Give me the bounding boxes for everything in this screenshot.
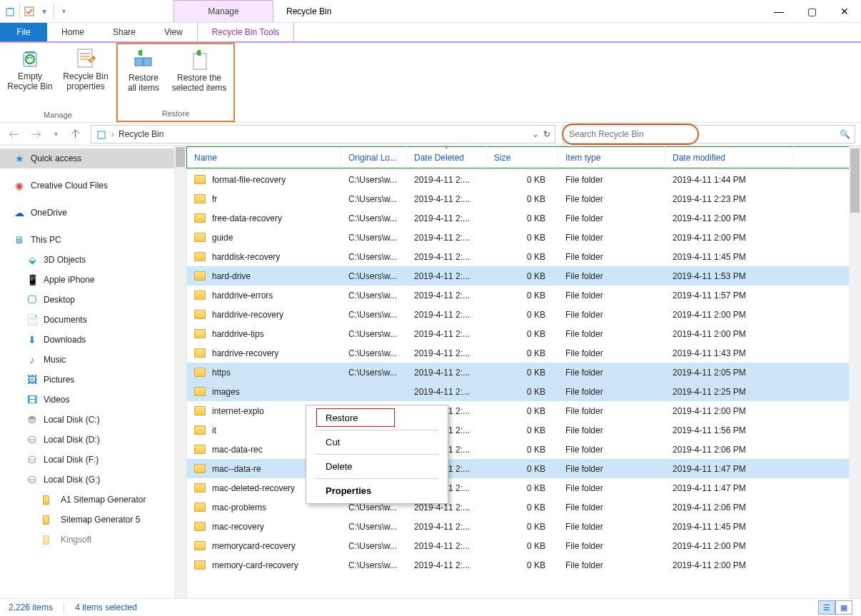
search-icon[interactable]: 🔍 — [840, 129, 850, 139]
minimize-button[interactable]: ― — [762, 0, 795, 22]
tab-view[interactable]: View — [150, 23, 197, 41]
table-row[interactable]: mac-deleted-recoveryC:\Users\w...2019-4-… — [187, 478, 861, 498]
table-row[interactable]: memory-card-recoveryC:\Users\w...2019-4-… — [187, 555, 861, 575]
breadcrumb-location[interactable]: Recycle Bin — [119, 129, 163, 139]
nav-scrollbar[interactable] — [174, 146, 186, 598]
ctx-restore[interactable]: Restore — [308, 408, 445, 428]
table-row[interactable]: mac-data-rec2019-4-11 2:...0 KBFile fold… — [187, 440, 861, 459]
recent-locations-button[interactable]: ▾ — [51, 130, 61, 138]
tab-recycle-bin-tools[interactable]: Recycle Bin Tools — [197, 23, 295, 41]
table-row[interactable]: mac-problemsC:\Users\w...2019-4-11 2:...… — [187, 498, 861, 517]
back-button[interactable]: 🡠 — [6, 128, 21, 140]
table-row[interactable]: format-file-recoveryC:\Users\w...2019-4-… — [187, 170, 861, 189]
nav-videos[interactable]: 🎞Videos — [0, 390, 186, 410]
checkbox-icon[interactable] — [24, 6, 35, 17]
breadcrumb-dropdown-icon[interactable]: ⌄ — [532, 129, 539, 139]
content-area: ★Quick access ◉Creative Cloud Files ☁One… — [0, 146, 861, 598]
nav-onedrive[interactable]: ☁OneDrive — [0, 203, 186, 223]
table-row[interactable]: hardrive-recoveryC:\Users\w...2019-4-11 … — [187, 343, 861, 363]
nav-apple-iphone[interactable]: 📱Apple iPhone — [0, 270, 186, 290]
row-modified: 2019-4-11 2:00 PM — [665, 213, 794, 223]
row-type: File folder — [558, 329, 665, 339]
nav-local-disk-c[interactable]: ⛃Local Disk (C:) — [0, 410, 186, 430]
row-type: File folder — [558, 213, 665, 223]
col-original-location[interactable]: Original Lo... — [341, 146, 407, 169]
nav-pictures[interactable]: 🖼Pictures — [0, 370, 186, 390]
folder-icon — [194, 560, 206, 570]
nav-local-disk-f[interactable]: ⛁Local Disk (F:) — [0, 450, 186, 470]
table-row[interactable]: hard-driveC:\Users\w...2019-4-11 2:...0 … — [187, 266, 861, 286]
table-row[interactable]: harddrive-recoveryC:\Users\w...2019-4-11… — [187, 305, 861, 324]
ctx-properties[interactable]: Properties — [308, 480, 445, 501]
tab-share[interactable]: Share — [99, 23, 150, 41]
refresh-icon[interactable]: ↻ — [543, 129, 550, 139]
file-scrollbar[interactable] — [849, 146, 861, 598]
table-row[interactable]: guideC:\Users\w...2019-4-11 2:...0 KBFil… — [187, 228, 861, 247]
view-thumbnails-button[interactable]: ▦ — [835, 600, 852, 615]
qat-overflow-icon[interactable]: ▾ — [58, 6, 69, 17]
cube-icon: ⬙ — [26, 253, 39, 266]
forward-button[interactable]: 🡢 — [29, 128, 44, 140]
search-input[interactable] — [569, 129, 849, 139]
maximize-button[interactable]: ▢ — [795, 0, 828, 22]
tab-file[interactable]: File — [0, 23, 47, 41]
ctx-cut[interactable]: Cut — [308, 432, 445, 453]
table-row[interactable]: httpsC:\Users\w...2019-4-11 2:...0 KBFil… — [187, 363, 861, 382]
restore-all-items-button[interactable]: Restore all items — [124, 47, 163, 93]
up-button[interactable]: 🡡 — [68, 128, 84, 140]
table-row[interactable]: images2019-4-11 2:...0 KBFile folder2019… — [187, 382, 861, 401]
nav-music[interactable]: ♪Music — [0, 350, 186, 370]
nav-local-disk-d[interactable]: ⛁Local Disk (D:) — [0, 430, 186, 450]
row-deleted: 2019-4-11 2:... — [407, 329, 487, 339]
nav-creative-cloud[interactable]: ◉Creative Cloud Files — [0, 176, 186, 196]
folder-icon — [43, 493, 56, 506]
col-date-deleted[interactable]: Date Deleted — [407, 146, 487, 169]
row-type: File folder — [558, 194, 665, 204]
table-row[interactable]: mac--data-re2019-4-11 2:...0 KBFile fold… — [187, 459, 861, 478]
nav-downloads[interactable]: ⬇Downloads — [0, 330, 186, 350]
drive-icon: ⛁ — [26, 453, 39, 466]
properties-label: Recycle Bin properties — [63, 71, 108, 91]
recycle-bin-properties-button[interactable]: Recycle Bin properties — [61, 46, 110, 91]
nav-desktop[interactable]: 🖵Desktop — [0, 290, 186, 310]
col-name[interactable]: Name — [187, 146, 341, 169]
view-details-button[interactable]: ☰ — [818, 600, 835, 615]
nav-sitemap-gen5[interactable]: Sitemap Generator 5 — [0, 510, 186, 530]
properties-icon — [74, 46, 98, 70]
nav-quick-access[interactable]: ★Quick access — [0, 148, 186, 168]
breadcrumb[interactable]: › Recycle Bin ⌄ ↻ — [91, 125, 555, 143]
table-row[interactable]: memorycard-recoveryC:\Users\w...2019-4-1… — [187, 536, 861, 555]
empty-recycle-bin-button[interactable]: Empty Recycle Bin — [6, 46, 54, 91]
table-row[interactable]: harddisk-recoveryC:\Users\w...2019-4-11 … — [187, 247, 861, 266]
qat-dropdown-icon[interactable]: ▾ — [39, 6, 50, 17]
table-row[interactable]: it2019-4-11 2:...0 KBFile folder2019-4-1… — [187, 420, 861, 440]
nav-a1-sitemap[interactable]: A1 Sitemap Generator — [0, 490, 186, 510]
row-size: 0 KB — [487, 483, 558, 493]
table-row[interactable]: internet-explo2019-4-11 2:...0 KBFile fo… — [187, 401, 861, 420]
row-name: it — [212, 425, 216, 435]
restore-selected-items-button[interactable]: Restore the selected items — [171, 47, 228, 93]
table-row[interactable]: harddrive-tipsC:\Users\w...2019-4-11 2:.… — [187, 324, 861, 343]
table-row[interactable]: free-data-recoveryC:\Users\w...2019-4-11… — [187, 208, 861, 228]
tab-home[interactable]: Home — [47, 23, 99, 41]
nav-documents[interactable]: 📄Documents — [0, 310, 186, 330]
row-modified: 2019-4-11 2:25 PM — [665, 387, 794, 397]
col-item-type[interactable]: Item type — [558, 146, 665, 169]
nav-3d-objects[interactable]: ⬙3D Objects — [0, 250, 186, 270]
search-box[interactable]: 🔍 — [563, 125, 855, 143]
table-row[interactable]: mac-recoveryC:\Users\w...2019-4-11 2:...… — [187, 517, 861, 536]
col-date-modified[interactable]: Date modified — [665, 146, 794, 169]
row-orig: C:\Users\w... — [341, 368, 407, 378]
nav-local-disk-g[interactable]: ⛁Local Disk (G:) — [0, 470, 186, 490]
row-type: File folder — [558, 368, 665, 378]
close-button[interactable]: ✕ — [828, 0, 861, 22]
nav-kingsoft[interactable]: Kingsoft — [0, 530, 186, 550]
context-tab-manage[interactable]: Manage — [173, 0, 273, 22]
table-row[interactable]: harddrive-errorsC:\Users\w...2019-4-11 2… — [187, 286, 861, 305]
folder-icon — [194, 233, 206, 242]
nav-this-pc[interactable]: 🖥This PC — [0, 230, 186, 250]
ctx-delete[interactable]: Delete — [308, 456, 445, 477]
col-size[interactable]: Size — [487, 146, 558, 169]
file-rows: format-file-recoveryC:\Users\w...2019-4-… — [187, 170, 861, 575]
table-row[interactable]: frC:\Users\w...2019-4-11 2:...0 KBFile f… — [187, 189, 861, 208]
